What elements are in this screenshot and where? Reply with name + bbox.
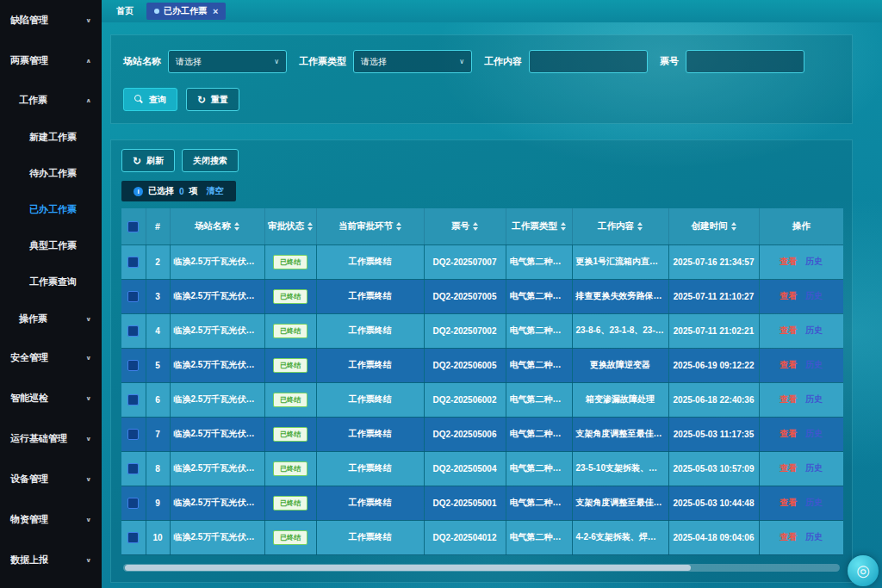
view-link[interactable]: 查看 — [780, 291, 797, 300]
view-link[interactable]: 查看 — [780, 429, 797, 438]
status-cell: 已终结 — [264, 520, 316, 554]
ticket-no-cell: DQ2-202505006 — [424, 417, 506, 451]
row-index-cell: 7 — [146, 417, 170, 451]
ticket-type-cell: 电气第二种工作票 — [506, 348, 572, 382]
status-badge: 已终结 — [273, 427, 307, 442]
created-time-cell: 2025-06-18 22:40:36 — [668, 382, 759, 417]
chevron-down-icon: ∨ — [86, 355, 92, 362]
column-header[interactable]: 工作票类型 — [506, 208, 572, 244]
sidebar-item[interactable]: 工作票查询 — [0, 263, 102, 300]
sidebar-item[interactable]: 设备管理∨ — [0, 459, 102, 499]
row-checkbox[interactable] — [127, 360, 139, 371]
actions-cell: 查看历史 — [759, 279, 843, 313]
ticket-type-cell: 电气第二种工作票 — [506, 486, 572, 520]
history-link[interactable]: 历史 — [805, 498, 823, 507]
row-select-cell — [121, 520, 146, 554]
scrollbar-thumb[interactable] — [125, 565, 691, 571]
column-header[interactable]: 当前审批环节 — [316, 208, 424, 244]
sidebar-item[interactable]: 物资管理∨ — [0, 499, 102, 540]
horizontal-scrollbar[interactable] — [123, 564, 840, 572]
close-icon[interactable]: × — [213, 6, 218, 16]
view-link[interactable]: 查看 — [780, 257, 797, 266]
sidebar-item[interactable]: 安全管理∨ — [0, 337, 102, 378]
sort-icon[interactable] — [234, 222, 239, 231]
ticket-no-input[interactable] — [686, 50, 804, 73]
sort-icon[interactable] — [731, 222, 736, 231]
sidebar-item[interactable]: 缺陷管理∨ — [0, 0, 102, 40]
search-form-row: 场站名称 请选择 ∨ 工作票类型 请选择 ∨ 工 — [123, 50, 840, 73]
ticket-type-select[interactable]: 请选择 ∨ — [353, 50, 472, 73]
sidebar-item[interactable]: 已办工作票 — [0, 191, 102, 227]
refresh-button[interactable]: ↻ 刷新 — [121, 149, 175, 172]
clear-selection-link[interactable]: 清空 — [207, 185, 224, 197]
status-cell: 已终结 — [264, 486, 316, 520]
sidebar-item[interactable]: 典型工作票 — [0, 227, 102, 263]
history-link[interactable]: 历史 — [805, 257, 823, 266]
status-badge: 已终结 — [273, 530, 307, 545]
station-name-select[interactable]: 请选择 ∨ — [168, 50, 287, 73]
view-link[interactable]: 查看 — [780, 360, 797, 369]
sidebar-item[interactable]: 工作票∧ — [0, 81, 102, 119]
chevron-down-icon: ∨ — [86, 17, 92, 24]
row-checkbox[interactable] — [127, 394, 139, 405]
sidebar-item[interactable]: 待办工作票 — [0, 155, 102, 191]
history-link[interactable]: 历史 — [805, 532, 823, 542]
station-name-cell: 临涣2.5万千瓦光伏电… — [170, 486, 264, 520]
sidebar-item[interactable]: 两票管理∧ — [0, 40, 102, 81]
table-header-row: #场站名称审批状态当前审批环节票号工作票类型工作内容创建时间操作 — [121, 208, 843, 244]
sidebar-item[interactable]: 数据上报∨ — [0, 540, 102, 580]
view-link[interactable]: 查看 — [780, 463, 797, 473]
sort-up-arrow — [307, 222, 313, 226]
history-link[interactable]: 历史 — [805, 463, 823, 473]
reset-button[interactable]: ↻ 重置 — [186, 88, 239, 111]
column-header[interactable]: 审批状态 — [264, 208, 316, 244]
ticket-type-cell: 电气第二种工作票 — [506, 244, 572, 279]
row-checkbox[interactable] — [127, 429, 139, 440]
status-cell: 已终结 — [264, 279, 316, 313]
column-header[interactable]: 创建时间 — [668, 208, 759, 244]
view-link[interactable]: 查看 — [780, 325, 797, 335]
query-button[interactable]: 查询 — [123, 88, 177, 111]
tab-active[interactable]: 已办工作票× — [146, 3, 226, 20]
sidebar-item[interactable]: 操作票∨ — [0, 300, 102, 337]
column-header[interactable]: 票号 — [424, 208, 506, 244]
tab-home[interactable]: 首页 — [109, 3, 141, 20]
row-index-cell: 3 — [146, 279, 170, 313]
work-content-input[interactable] — [529, 50, 648, 73]
history-link[interactable]: 历史 — [805, 325, 823, 335]
station-name-cell: 临涣2.5万千瓦光伏电… — [170, 348, 264, 382]
sort-icon[interactable] — [473, 222, 478, 231]
history-link[interactable]: 历史 — [805, 291, 823, 300]
floating-logo-button[interactable]: ◎ — [848, 555, 879, 586]
view-link[interactable]: 查看 — [780, 394, 797, 404]
sidebar: 缺陷管理∨两票管理∧工作票∧新建工作票待办工作票已办工作票典型工作票工作票查询操… — [0, 0, 102, 588]
history-link[interactable]: 历史 — [805, 360, 823, 369]
sidebar-item[interactable]: 新建工作票 — [0, 119, 102, 155]
column-header[interactable]: 工作内容 — [572, 208, 668, 244]
row-checkbox[interactable] — [127, 257, 139, 268]
sort-down-arrow — [731, 227, 736, 231]
row-checkbox[interactable] — [127, 291, 139, 302]
sort-icon[interactable] — [561, 222, 566, 231]
sidebar-item-label: 工作票查询 — [29, 275, 77, 288]
sort-icon[interactable] — [396, 222, 401, 231]
column-header[interactable]: 场站名称 — [170, 208, 264, 244]
history-link[interactable]: 历史 — [805, 429, 823, 438]
view-link[interactable]: 查看 — [780, 498, 797, 507]
close-search-button[interactable]: 关闭搜索 — [182, 149, 239, 172]
select-all-checkbox[interactable] — [127, 221, 139, 232]
history-link[interactable]: 历史 — [805, 394, 823, 404]
row-checkbox[interactable] — [127, 325, 139, 337]
view-link[interactable]: 查看 — [780, 532, 797, 542]
row-select-cell — [121, 417, 146, 451]
sort-icon[interactable] — [637, 222, 643, 231]
ticket-type-select-value: 请选择 — [361, 56, 387, 68]
row-checkbox[interactable] — [127, 498, 139, 509]
status-cell: 已终结 — [264, 382, 316, 417]
row-checkbox[interactable] — [127, 463, 139, 474]
row-checkbox[interactable] — [127, 532, 139, 543]
work-ticket-table: #场站名称审批状态当前审批环节票号工作票类型工作内容创建时间操作 2临涣2.5万… — [121, 208, 843, 555]
sidebar-item[interactable]: 智能巡检∨ — [0, 378, 102, 418]
sort-icon[interactable] — [307, 222, 313, 231]
sidebar-item[interactable]: 运行基础管理∨ — [0, 418, 102, 459]
